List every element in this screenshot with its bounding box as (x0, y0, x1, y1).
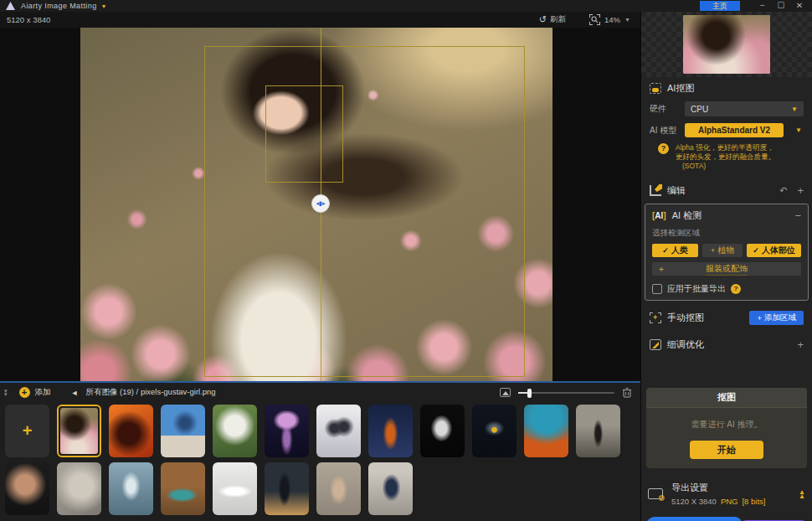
thumbnail-image-veiled-woman (109, 462, 153, 515)
thumbnail-image-dandelion (213, 405, 257, 457)
matting-status-text: 需要进行 AI 推理。 (646, 419, 807, 431)
thumbnail-smiling-woman[interactable] (5, 462, 49, 515)
refresh-button[interactable]: ↺ 刷新 (539, 14, 566, 25)
edit-add-icon[interactable]: + (797, 184, 804, 197)
thumbnail-white-sofa[interactable] (213, 462, 257, 515)
thumbnail-blonde-portrait[interactable] (57, 462, 101, 515)
thumbnail-beige-coat-model[interactable] (316, 462, 361, 515)
thumbnail-image-teal-car (161, 462, 205, 515)
thumbnail-image-orange-silhouette (109, 405, 153, 457)
add-image-icon[interactable]: + (19, 387, 30, 398)
back-arrow-icon[interactable]: ◄ (71, 389, 79, 397)
model-label: AI 模型 (650, 125, 685, 137)
detect-human-button[interactable]: ✓ 人类 (652, 244, 698, 257)
zoom-control[interactable]: 14% ▼ (589, 14, 630, 25)
export-buttons-row: 单张导出 批量导出 (641, 514, 812, 521)
thumbnail-image-flame-figure (368, 405, 413, 457)
thumbnail-dark-fashion-runway[interactable] (265, 462, 309, 515)
thumbnail-navy-jacket-model[interactable] (368, 462, 413, 515)
detect-plant-button[interactable]: + 植物 (702, 244, 743, 257)
breadcrumb: 所有图像 (19) / pixels-gustav-girl.png (85, 387, 215, 398)
app-window: Aiarty Image Matting ▼ 主页 − ☐ ✕ 5120 x 3… (0, 0, 812, 521)
filmstrip-panel: ▾▾ + 添加 ◄ 所有图像 (19) / pixels-gustav-girl… (0, 381, 640, 521)
thumbnail-jellyfish[interactable] (265, 405, 309, 457)
thumbnail-size-slider[interactable] (518, 388, 614, 398)
thumbnail-dandelion[interactable] (213, 405, 257, 457)
hardware-select[interactable]: CPU ▼ (685, 101, 804, 116)
refine-add-icon[interactable]: + (797, 338, 804, 351)
collapse-filmstrip-icon[interactable]: ▾▾ (4, 389, 8, 396)
undo-icon[interactable]: ↶ (779, 185, 787, 196)
edit-icon (650, 185, 661, 196)
model-chevron-down-icon[interactable]: ▼ (795, 126, 802, 134)
thumbnail-skateboarder[interactable] (161, 405, 205, 457)
manual-matting-title: 手动抠图 (667, 312, 704, 324)
add-image-label[interactable]: 添加 (35, 387, 51, 398)
check-icon: ✓ (753, 246, 759, 255)
thumbnail-girl-flowers[interactable] (57, 405, 101, 457)
gear-icon: ⚙ (658, 494, 666, 503)
image-canvas[interactable]: ◂▮▸ (0, 28, 640, 383)
single-export-button[interactable]: 单张导出 (644, 517, 743, 521)
slider-knob[interactable] (527, 389, 532, 398)
thumbnail-row-2 (5, 462, 635, 515)
thumbnail-white-dove[interactable] (420, 405, 465, 457)
title-chevron-down-icon[interactable]: ▼ (101, 3, 107, 9)
model-select[interactable]: AlphaStandard V2 (685, 123, 784, 137)
thumbnail-row-1: + (5, 405, 635, 457)
add-area-button[interactable]: + 添加区域 (749, 311, 804, 325)
matting-panel-title: 抠图 (646, 388, 807, 408)
thumbnail-image-girl-flowers (60, 408, 98, 454)
trash-icon[interactable] (622, 387, 632, 398)
manual-matting-icon: + (650, 312, 661, 323)
thumbnail-orange-silhouette[interactable] (109, 405, 153, 457)
thumbnail-snow-jumpers[interactable] (316, 405, 361, 457)
canvas-toolbar: 5120 x 3840 ↺ 刷新 14% ▼ (0, 12, 640, 28)
hardware-chevron-down-icon: ▼ (791, 106, 798, 113)
detection-box-person[interactable] (204, 46, 525, 377)
detection-box-face[interactable] (265, 85, 343, 183)
zoom-chevron-down-icon[interactable]: ▼ (624, 17, 630, 23)
apply-batch-help-icon[interactable]: ? (731, 284, 741, 294)
thumbnail-image-beach-walker (576, 405, 620, 457)
result-preview-thumbnail[interactable] (683, 15, 770, 74)
ai-matting-title: AI抠图 (667, 82, 694, 95)
maximize-button[interactable]: ☐ (772, 0, 790, 12)
collapse-panel-icon[interactable]: − (794, 209, 801, 222)
matting-status-panel: 抠图 需要进行 AI 推理。 开始 (646, 388, 807, 468)
app-logo-icon (6, 2, 15, 10)
thumbnail-image-beige-coat-model (316, 462, 361, 515)
thumbnail-image-smiling-woman (5, 462, 49, 515)
manual-matting-section: + 手动抠图 + 添加区域 (641, 306, 812, 330)
thumbnail-flame-figure[interactable] (368, 405, 413, 457)
plus-icon: + (711, 246, 715, 255)
thumbnail-image-dark-flower (472, 405, 516, 457)
export-settings-summary: 5120 X 3840PNG[8 bits] (671, 497, 765, 506)
result-preview-area (641, 12, 812, 77)
thumbnail-image-snow-jumpers (316, 405, 361, 457)
filmstrip-bar: ▾▾ + 添加 ◄ 所有图像 (19) / pixels-gustav-girl… (0, 383, 640, 402)
model-help-icon[interactable]: ? (658, 143, 669, 154)
export-collapse-chevron-up-icon[interactable]: ▲▲ (799, 490, 805, 498)
refresh-icon: ↺ (539, 14, 547, 25)
ai-matting-icon (650, 83, 661, 94)
detect-body-parts-button[interactable]: ✓ 人体部位 (747, 244, 801, 257)
compare-split-handle[interactable]: ◂▮▸ (311, 194, 330, 213)
thumbnail-image-white-dove (420, 405, 465, 457)
apply-batch-checkbox[interactable] (652, 284, 662, 294)
minimize-button[interactable]: − (753, 0, 772, 12)
export-settings[interactable]: ⚙ 导出设置 5120 X 3840PNG[8 bits] ▲▲ (641, 482, 812, 506)
zoom-value: 14% (604, 15, 620, 24)
detect-clothes-button[interactable]: + 服装或配饰 (652, 262, 801, 276)
home-button[interactable]: 主页 (700, 1, 740, 11)
close-button[interactable]: ✕ (790, 0, 809, 12)
thumbnail-dark-flower[interactable] (472, 405, 516, 457)
thumbnail-veiled-woman[interactable] (109, 462, 153, 515)
thumbnail-teal-car[interactable] (161, 462, 205, 515)
thumbnail-beach-walker[interactable] (576, 405, 620, 457)
start-button[interactable]: 开始 (690, 441, 763, 459)
thumbnail-blue-hair-woman[interactable] (524, 405, 568, 457)
thumbnail-image-dark-fashion-runway (265, 462, 309, 515)
add-image-tile[interactable]: + (5, 405, 49, 457)
hardware-label: 硬件 (650, 103, 685, 115)
